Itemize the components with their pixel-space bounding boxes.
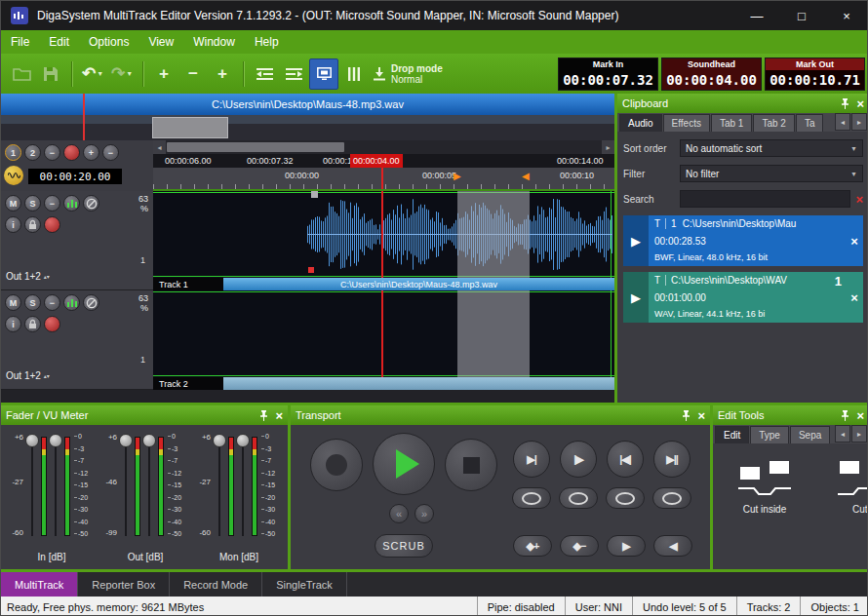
stop-button[interactable] <box>445 439 497 491</box>
scrub-button[interactable]: SCRUB <box>375 534 433 558</box>
track-clip-title-bar[interactable]: C:\Users\nin\Desktop\Maus-48.mp3.wav <box>223 278 614 290</box>
search-input[interactable] <box>680 190 850 208</box>
play-to-mark-button[interactable]: ▶| <box>513 441 550 478</box>
clipboard-entry[interactable]: ▶ T C:\Users\nin\Desktop\WAV 00:01:00.00… <box>623 272 863 323</box>
fader-slider[interactable] <box>213 431 226 540</box>
close-button[interactable]: × <box>824 1 868 30</box>
mark-out-marker-icon[interactable]: ◀ <box>522 171 530 181</box>
track-clip-title-bar[interactable] <box>223 377 614 390</box>
lock-button[interactable] <box>24 216 41 233</box>
scrollbar-thumb[interactable] <box>167 142 344 152</box>
mixer-view-button[interactable] <box>309 58 338 90</box>
clipboard-tab-effects[interactable]: Effects <box>663 114 710 132</box>
loop-button[interactable] <box>559 487 598 509</box>
menu-help[interactable]: Help <box>245 30 289 54</box>
fader-knob[interactable] <box>25 434 39 447</box>
pin-icon[interactable] <box>259 410 268 421</box>
info-button[interactable]: i <box>5 216 21 233</box>
tab-scroll-right-icon[interactable]: ▸ <box>851 425 867 443</box>
mute-button[interactable]: M <box>5 195 21 212</box>
panel-close-icon[interactable]: × <box>697 409 705 422</box>
volume-envelope-line[interactable] <box>153 276 614 277</box>
panel-close-icon[interactable]: × <box>856 97 864 110</box>
scroll-left-icon[interactable]: ◂ <box>153 140 166 154</box>
play-entry-button[interactable]: ▶ <box>623 215 649 266</box>
clipboard-tab-2[interactable]: Tab 2 <box>753 114 794 132</box>
track-1-waveform-area[interactable] <box>153 191 614 278</box>
record-arm-button[interactable] <box>44 316 60 332</box>
save-button[interactable] <box>37 59 64 89</box>
menu-options[interactable]: Options <box>79 30 138 54</box>
cut-inside-tool[interactable]: Cut inside <box>723 459 807 515</box>
play-entry-button[interactable]: ▶ <box>623 272 649 323</box>
fader-slider[interactable] <box>142 431 156 540</box>
rewind-button[interactable]: « <box>389 504 409 523</box>
record-arm-all-button[interactable] <box>63 144 80 161</box>
undo-caret-icon[interactable]: ▼ <box>97 70 103 77</box>
fader-slider[interactable] <box>25 431 39 540</box>
bypass-button[interactable] <box>83 195 99 212</box>
record-button[interactable] <box>310 439 363 491</box>
output-selector[interactable]: Out 1+2 ▴▾ <box>6 370 50 381</box>
overview-file-bar[interactable]: C:\Users\nin\Desktop\Maus-48.mp3.wav <box>1 94 614 115</box>
record-arm-button[interactable] <box>44 216 60 233</box>
redo-button[interactable]: ↷▼ <box>108 59 136 89</box>
tab-scroll-left-icon[interactable]: ◂ <box>835 425 850 443</box>
play-from-mark-button[interactable]: |▶ <box>560 441 597 478</box>
output-spinner-icon[interactable]: ▴▾ <box>44 373 50 379</box>
edit-tools-tab-edit[interactable]: Edit <box>715 426 749 443</box>
clip-handle[interactable] <box>311 191 318 198</box>
minimize-button[interactable]: — <box>734 1 779 30</box>
undo-button[interactable]: ↶▼ <box>79 59 106 89</box>
add-marker-button[interactable]: ◆+ <box>513 535 552 557</box>
play-button[interactable] <box>373 433 435 495</box>
clipboard-entry[interactable]: ▶ T 1 C:\Users\nin\Desktop\Mau 00:00:28.… <box>623 215 863 266</box>
info-button[interactable]: i <box>5 316 21 332</box>
solo-button[interactable]: S <box>24 195 41 212</box>
shift-left-button[interactable] <box>251 59 278 89</box>
tab-record-mode[interactable]: Record Mode <box>170 572 262 597</box>
volume-envelope-line[interactable] <box>153 192 614 193</box>
tab-multitrack[interactable]: MultiTrack <box>1 572 78 597</box>
remove-marker-button[interactable]: ◆− <box>560 535 599 557</box>
collapse-track-button[interactable]: − <box>44 195 60 212</box>
play-selection-button[interactable]: |◀| <box>607 441 644 478</box>
fader-slider[interactable] <box>119 431 133 540</box>
tab-singletrack[interactable]: SingleTrack <box>262 572 347 597</box>
sort-order-select[interactable]: No automatic sort ▼ <box>680 139 863 157</box>
loop-button[interactable] <box>652 487 691 509</box>
menu-window[interactable]: Window <box>183 30 245 54</box>
menu-file[interactable]: File <box>1 30 39 54</box>
time-selection-region[interactable] <box>457 290 530 377</box>
lock-button[interactable] <box>24 316 41 332</box>
tab-reporter-box[interactable]: Reporter Box <box>78 572 170 597</box>
drop-mode-control[interactable]: Drop modeNormal <box>373 63 443 85</box>
prev-marker-button[interactable]: ◀ <box>653 535 692 557</box>
volume-envelope-line[interactable] <box>153 291 614 292</box>
clipboard-tab-1[interactable]: Tab 1 <box>711 114 752 132</box>
panel-close-icon[interactable]: × <box>275 409 283 422</box>
loop-button[interactable] <box>512 487 551 509</box>
bypass-button[interactable] <box>83 294 99 311</box>
overview-visible-window-handle[interactable] <box>152 117 228 138</box>
insert-object-button[interactable]: + <box>209 59 236 89</box>
output-spinner-icon[interactable]: ▴▾ <box>44 274 50 280</box>
remove-entry-icon[interactable]: × <box>846 215 863 266</box>
add-object-button[interactable]: + <box>150 59 178 89</box>
clipboard-tab-3[interactable]: Ta <box>796 114 824 132</box>
time-ruler[interactable]: 00:00:00 00:00:05 00:00:10 ▶ ◀ <box>153 168 614 191</box>
pin-icon[interactable] <box>841 410 849 421</box>
collapse-track-button[interactable]: − <box>44 294 60 311</box>
open-folder-button[interactable] <box>8 59 35 89</box>
meter-toggle-button[interactable] <box>63 195 80 212</box>
filter-select[interactable]: No filter ▼ <box>680 165 863 182</box>
remove-entry-icon[interactable]: × <box>846 272 863 323</box>
clipboard-tab-audio[interactable]: Audio <box>619 114 662 132</box>
track-2-select-button[interactable]: 2 <box>24 144 41 161</box>
meter-toggle-button[interactable] <box>63 294 80 311</box>
next-marker-button[interactable]: ▶ <box>607 535 646 557</box>
mark-in-marker-icon[interactable]: ▶ <box>454 171 461 181</box>
solo-button[interactable]: S <box>24 294 41 311</box>
scroll-right-icon[interactable]: ▸ <box>602 140 614 154</box>
mute-button[interactable]: M <box>5 294 21 311</box>
